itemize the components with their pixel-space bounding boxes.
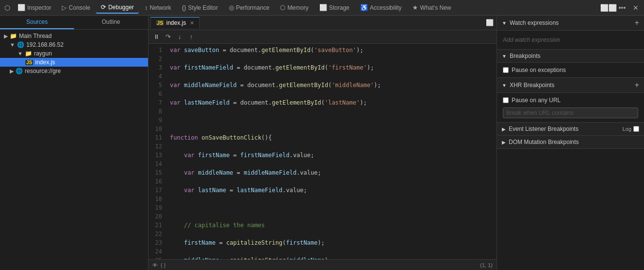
line-num-20: 20 — [152, 212, 162, 221]
line-num-25: 25 — [152, 256, 162, 259]
breakpoints-section: ▼ Breakpoints Pause on exceptions — [497, 50, 644, 78]
folder-icon: 📁 — [25, 50, 32, 57]
line-num-3: 3 — [152, 63, 162, 72]
network-icon: ↕ — [145, 4, 148, 11]
line-num-12: 12 — [152, 142, 162, 151]
line-num-16: 16 — [152, 177, 162, 186]
tab-storage[interactable]: ⬜ Storage — [314, 2, 354, 13]
tab-accessibility[interactable]: ♿ Accessibility — [355, 2, 406, 13]
inspector-icon: ⬜ — [18, 4, 25, 11]
collapse-icon: ▶ — [10, 68, 14, 74]
tab-outline[interactable]: Outline — [74, 16, 148, 29]
event-listener-breakpoints-header[interactable]: ▶ Event Listener Breakpoints Log — [497, 123, 644, 136]
toolbar-right: ⬜⬜ ••• ✕ — [603, 2, 641, 13]
tab-memory[interactable]: ⬡ Memory — [275, 2, 313, 13]
debugger-icon: ⟳ — [101, 3, 106, 11]
tree-item-raygun[interactable]: ▼ 📁 raygun — [0, 49, 148, 58]
tab-inspector[interactable]: ⬜ Inspector — [13, 2, 56, 13]
devtools-icon[interactable]: ⬡ — [3, 3, 12, 12]
sources-panel: Sources Outline ▶ 📁 Main Thread ▼ 🌐 192.… — [0, 16, 148, 270]
watch-expressions-title: Watch expressions — [510, 19, 635, 26]
step-out-button[interactable]: ↑ — [186, 32, 196, 42]
code-content[interactable]: var saveButton = document.getElementById… — [166, 44, 497, 259]
accessibility-icon: ♿ — [360, 4, 368, 11]
cursor-position: (1, 1) — [480, 262, 493, 268]
breakpoints-title: Breakpoints — [510, 53, 639, 59]
js-file-icon: JS — [156, 20, 164, 26]
watch-expand-icon: ▼ — [502, 20, 507, 26]
pause-on-any-url-label: Pause on any URL — [512, 97, 561, 104]
dom-mutation-breakpoints-section: ▶ DOM Mutation Breakpoints — [497, 136, 644, 149]
more-options-button[interactable]: ••• — [617, 2, 627, 13]
tree-label: resource://gre — [25, 68, 61, 74]
editor-tabs: JS index.js ✕ ⬜ — [148, 16, 497, 30]
line-num-9: 9 — [152, 116, 162, 125]
pause-resume-button[interactable]: ⏸ — [151, 32, 161, 42]
status-bar: 👁 { } (1, 1) — [148, 259, 497, 270]
line-num-21: 21 — [152, 221, 162, 230]
globe-icon: 🌐 — [17, 41, 24, 48]
breakpoints-header[interactable]: ▼ Breakpoints — [497, 50, 644, 63]
right-panel: ▼ Watch expressions + Add watch expressi… — [497, 16, 644, 270]
tab-console[interactable]: ▷ Console — [57, 2, 95, 13]
editor-tab-close-button[interactable]: ✕ — [190, 20, 194, 26]
collapse-icon: ▼ — [18, 51, 23, 56]
tree-item-index-js[interactable]: JS index.js — [0, 58, 148, 67]
sources-panel-tabs: Sources Outline — [0, 16, 148, 30]
tab-whats-new[interactable]: ★ What's New — [407, 2, 456, 13]
xhr-url-filter-input[interactable] — [503, 108, 638, 118]
tree-item-main-thread[interactable]: ▶ 📁 Main Thread — [0, 32, 148, 40]
watch-expressions-section: ▼ Watch expressions + Add watch expressi… — [497, 16, 644, 50]
pause-on-any-url-row: Pause on any URL — [497, 95, 644, 106]
collapse-icon: ▼ — [10, 42, 15, 48]
line-num-4: 4 — [152, 72, 162, 81]
event-listener-log-checkbox[interactable] — [633, 126, 639, 132]
editor-area: JS index.js ✕ ⬜ ⏸ ↷ ↓ ↑ 1 2 3 4 5 6 7 8 — [148, 16, 497, 270]
line-num-8: 8 — [152, 107, 162, 116]
watch-placeholder[interactable]: Add watch expression — [497, 33, 644, 47]
tab-style-editor[interactable]: {} Style Editor — [177, 2, 223, 13]
tab-performance[interactable]: ◎ Performance — [224, 2, 275, 13]
watch-expressions-body: Add watch expression — [497, 31, 644, 50]
dom-mutation-breakpoints-header[interactable]: ▶ DOM Mutation Breakpoints — [497, 136, 644, 149]
memory-icon: ⬡ — [280, 4, 285, 11]
step-over-button[interactable]: ↷ — [163, 32, 173, 42]
tab-network[interactable]: ↕ Network — [140, 2, 176, 13]
event-listener-breakpoints-section: ▶ Event Listener Breakpoints Log — [497, 123, 644, 136]
breakpoints-body: Pause on exceptions — [497, 63, 644, 78]
step-in-button[interactable]: ↓ — [175, 32, 184, 42]
toolbar: ⬡ ⬜ Inspector ▷ Console ⟳ Debugger ↕ Net… — [0, 0, 644, 16]
line-num-6: 6 — [152, 90, 162, 98]
tree-item-ip[interactable]: ▼ 🌐 192.168.86.52 — [0, 40, 148, 49]
line-num-13: 13 — [152, 151, 162, 160]
tree-item-resource[interactable]: ▶ 🌐 resource://gre — [0, 67, 148, 75]
breakpoints-expand-icon: ▼ — [502, 54, 507, 59]
watch-expressions-header[interactable]: ▼ Watch expressions + — [497, 16, 644, 31]
dom-mutation-breakpoints-title: DOM Mutation Breakpoints — [509, 139, 639, 145]
code-editor[interactable]: 1 2 3 4 5 6 7 8 9 10 11 12 13 14 15 16 1… — [148, 44, 497, 259]
split-view-button[interactable]: ⬜⬜ — [603, 2, 614, 13]
line-num-2: 2 — [152, 54, 162, 63]
collapse-icon: ▶ — [4, 33, 8, 39]
editor-expand-button[interactable]: ⬜ — [485, 18, 495, 28]
line-num-10: 10 — [152, 125, 162, 133]
xhr-breakpoints-section: ▼ XHR Breakpoints + Pause on any URL — [497, 78, 644, 123]
add-watch-expression-button[interactable]: + — [635, 18, 639, 27]
tree-label: index.js — [35, 59, 55, 66]
line-num-5: 5 — [152, 81, 162, 90]
pause-on-exceptions-label: Pause on exceptions — [512, 67, 566, 73]
tree-label: Main Thread — [19, 33, 52, 39]
event-listener-breakpoints-title: Event Listener Breakpoints — [509, 126, 623, 132]
pause-on-any-url-checkbox[interactable] — [503, 97, 509, 103]
whats-new-icon: ★ — [412, 4, 418, 11]
line-num-18: 18 — [152, 195, 162, 203]
xhr-expand-icon: ▼ — [502, 83, 507, 88]
pause-on-exceptions-checkbox[interactable] — [503, 67, 509, 73]
status-text: { } — [161, 262, 166, 268]
tab-sources[interactable]: Sources — [0, 16, 74, 29]
tab-debugger[interactable]: ⟳ Debugger — [96, 1, 139, 14]
close-devtools-button[interactable]: ✕ — [630, 2, 641, 13]
add-xhr-breakpoint-button[interactable]: + — [635, 81, 639, 90]
editor-tab-index-js[interactable]: JS index.js ✕ — [150, 17, 200, 28]
xhr-breakpoints-header[interactable]: ▼ XHR Breakpoints + — [497, 78, 644, 93]
